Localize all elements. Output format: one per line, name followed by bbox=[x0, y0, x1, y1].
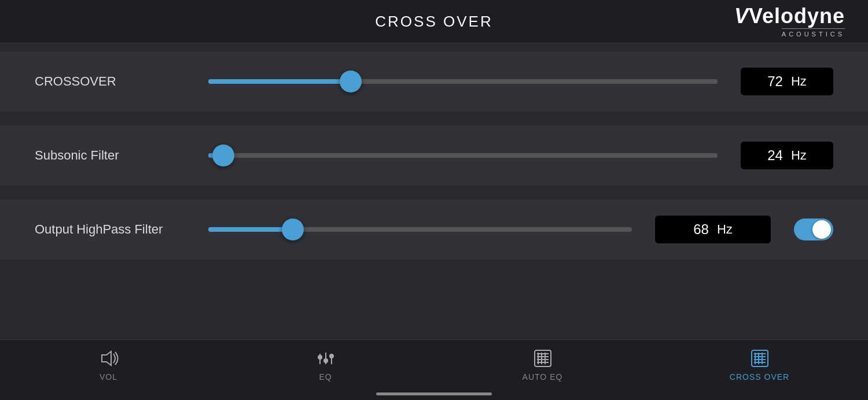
highpass-value-box: 68 Hz bbox=[655, 216, 771, 243]
crossover-thumb[interactable] bbox=[340, 71, 362, 92]
eq-icon bbox=[315, 348, 336, 369]
brand-logo: VVelodyne ACOUSTICS bbox=[734, 6, 845, 38]
nav-crossover-label: CROSS OVER bbox=[730, 372, 789, 382]
subsonic-unit: Hz bbox=[791, 148, 807, 163]
crossover-slider-track[interactable] bbox=[208, 79, 718, 84]
bottom-nav: VOL EQ AUTO EQ bbox=[0, 339, 868, 400]
logo-subtitle: ACOUSTICS bbox=[782, 28, 845, 38]
highpass-label: Output HighPass Filter bbox=[35, 222, 185, 237]
header: CROSS OVER VVelodyne ACOUSTICS bbox=[0, 0, 868, 43]
crossover-value: 72 bbox=[767, 73, 783, 90]
nav-eq-label: EQ bbox=[319, 372, 332, 382]
highpass-value: 68 bbox=[693, 221, 709, 238]
subsonic-slider-track[interactable] bbox=[208, 153, 718, 158]
crossover-row: CROSSOVER 72 Hz bbox=[0, 51, 868, 112]
svg-marker-0 bbox=[102, 351, 111, 365]
nav-vol-label: VOL bbox=[100, 372, 117, 382]
highpass-toggle[interactable] bbox=[794, 218, 833, 240]
svg-point-6 bbox=[330, 354, 333, 358]
svg-point-2 bbox=[318, 355, 322, 359]
crossover-icon bbox=[749, 348, 770, 369]
highpass-thumb[interactable] bbox=[282, 218, 304, 240]
page-title: CROSS OVER bbox=[375, 13, 492, 31]
home-indicator bbox=[376, 392, 492, 395]
highpass-unit: Hz bbox=[717, 222, 733, 237]
nav-crossover[interactable]: CROSS OVER bbox=[651, 348, 868, 382]
crossover-label: CROSSOVER bbox=[35, 74, 185, 89]
auto-eq-icon bbox=[532, 348, 553, 369]
crossover-unit: Hz bbox=[791, 74, 807, 89]
highpass-row: Output HighPass Filter 68 Hz bbox=[0, 199, 868, 260]
subsonic-value: 24 bbox=[767, 147, 783, 164]
nav-vol[interactable]: VOL bbox=[0, 348, 217, 382]
svg-rect-7 bbox=[535, 350, 551, 366]
logo-name: VVelodyne bbox=[734, 6, 845, 27]
main-content: CROSSOVER 72 Hz Subsonic Filter 24 Hz Ou… bbox=[0, 43, 868, 339]
nav-auto-eq[interactable]: AUTO EQ bbox=[434, 348, 651, 382]
svg-rect-15 bbox=[752, 350, 768, 366]
toggle-knob bbox=[812, 220, 831, 239]
nav-eq[interactable]: EQ bbox=[217, 348, 434, 382]
svg-point-4 bbox=[324, 359, 328, 362]
volume-icon bbox=[98, 348, 119, 369]
subsonic-label: Subsonic Filter bbox=[35, 148, 185, 163]
highpass-slider-track[interactable] bbox=[208, 227, 632, 232]
crossover-value-box: 72 Hz bbox=[741, 68, 833, 95]
subsonic-thumb[interactable] bbox=[212, 145, 234, 166]
nav-auto-eq-label: AUTO EQ bbox=[523, 372, 563, 382]
subsonic-row: Subsonic Filter 24 Hz bbox=[0, 125, 868, 186]
subsonic-value-box: 24 Hz bbox=[741, 142, 833, 169]
